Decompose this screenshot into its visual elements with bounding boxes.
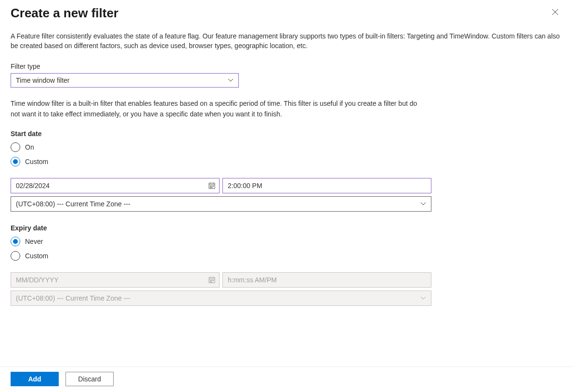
radio-label-custom: Custom <box>25 158 48 165</box>
radio-label-custom: Custom <box>25 252 48 260</box>
radio-icon <box>11 237 20 246</box>
svg-rect-16 <box>210 281 211 282</box>
svg-rect-13 <box>210 280 211 281</box>
start-time-input[interactable]: 2:00:00 PM <box>222 178 431 193</box>
svg-rect-7 <box>210 187 211 188</box>
start-date-radio-on[interactable]: On <box>11 142 561 152</box>
start-date-value: 02/28/2024 <box>16 182 50 190</box>
expiry-date-placeholder: MM/DD/YYYY <box>16 276 59 284</box>
radio-label-on: On <box>25 143 34 151</box>
svg-rect-17 <box>211 281 212 282</box>
radio-icon <box>11 157 20 166</box>
close-icon[interactable] <box>549 6 561 20</box>
start-date-label: Start date <box>11 130 561 138</box>
add-button[interactable]: Add <box>11 372 59 386</box>
svg-rect-14 <box>211 280 212 281</box>
calendar-icon <box>208 182 215 189</box>
radio-icon <box>11 142 20 152</box>
radio-label-never: Never <box>25 238 43 245</box>
filter-type-select[interactable]: Time window filter <box>11 73 239 88</box>
filter-type-label: Filter type <box>11 63 561 70</box>
svg-rect-8 <box>211 187 212 188</box>
start-timezone-select[interactable]: (UTC+08:00) --- Current Time Zone --- <box>11 196 431 212</box>
expiry-date-label: Expiry date <box>11 224 561 232</box>
discard-button[interactable]: Discard <box>65 372 114 386</box>
footer-bar: Add Discard <box>0 367 572 392</box>
start-date-radio-custom[interactable]: Custom <box>11 157 561 166</box>
panel-description: A Feature filter consistently evaluates … <box>11 31 561 51</box>
filter-type-value: Time window filter <box>16 76 70 84</box>
filter-helper-text: Time window filter is a built-in filter … <box>11 98 420 120</box>
page-title: Create a new filter <box>11 6 118 21</box>
start-date-input[interactable]: 02/28/2024 <box>11 178 220 193</box>
expiry-time-placeholder: h:mm:ss AM/PM <box>228 276 277 284</box>
start-timezone-value: (UTC+08:00) --- Current Time Zone --- <box>16 200 130 208</box>
svg-rect-4 <box>210 186 211 187</box>
start-time-value: 2:00:00 PM <box>228 182 262 190</box>
expiry-date-input: MM/DD/YYYY <box>11 272 220 288</box>
chevron-down-icon <box>420 202 426 206</box>
chevron-down-icon <box>420 296 426 300</box>
expiry-timezone-value: (UTC+08:00) --- Current Time Zone --- <box>16 294 130 302</box>
chevron-down-icon <box>228 78 234 82</box>
svg-rect-5 <box>211 186 212 187</box>
expiry-timezone-select: (UTC+08:00) --- Current Time Zone --- <box>11 291 431 306</box>
calendar-icon <box>208 277 215 283</box>
svg-rect-6 <box>213 186 214 187</box>
expiry-date-radio-custom[interactable]: Custom <box>11 251 561 261</box>
svg-rect-15 <box>213 280 214 281</box>
expiry-time-input: h:mm:ss AM/PM <box>222 272 431 288</box>
radio-icon <box>11 251 20 261</box>
expiry-date-radio-never[interactable]: Never <box>11 237 561 246</box>
